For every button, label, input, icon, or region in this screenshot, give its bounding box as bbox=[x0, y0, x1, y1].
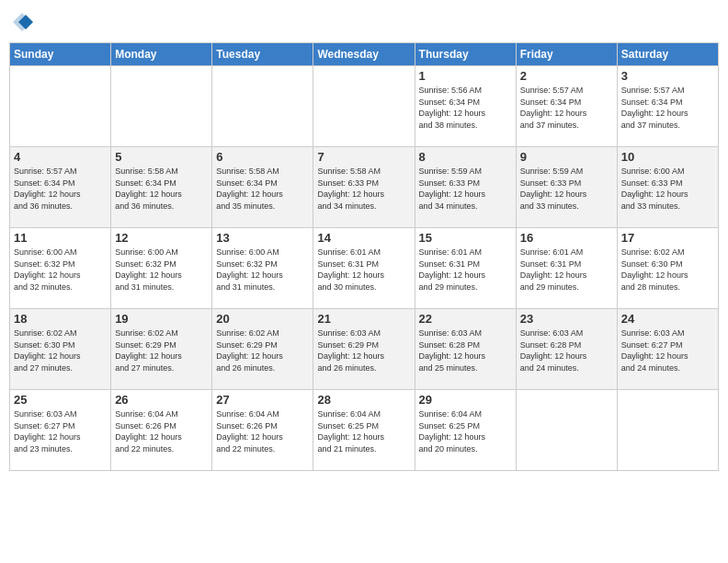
cell-info: Sunrise: 6:04 AM Sunset: 6:26 PM Dayligh… bbox=[216, 408, 309, 454]
logo-icon bbox=[9, 9, 35, 35]
day-number: 16 bbox=[520, 231, 613, 245]
calendar-cell: 11Sunrise: 6:00 AM Sunset: 6:32 PM Dayli… bbox=[10, 228, 111, 309]
calendar-cell: 21Sunrise: 6:03 AM Sunset: 6:29 PM Dayli… bbox=[313, 309, 415, 390]
cell-info: Sunrise: 5:57 AM Sunset: 6:34 PM Dayligh… bbox=[621, 85, 714, 131]
day-number: 12 bbox=[115, 231, 208, 245]
day-header-sunday: Sunday bbox=[10, 43, 111, 66]
calendar-cell: 24Sunrise: 6:03 AM Sunset: 6:27 PM Dayli… bbox=[617, 309, 718, 390]
cell-info: Sunrise: 5:59 AM Sunset: 6:33 PM Dayligh… bbox=[419, 166, 512, 212]
calendar-cell: 28Sunrise: 6:04 AM Sunset: 6:25 PM Dayli… bbox=[313, 390, 415, 471]
cell-info: Sunrise: 6:01 AM Sunset: 6:31 PM Dayligh… bbox=[419, 247, 512, 293]
day-number: 13 bbox=[216, 231, 309, 245]
cell-info: Sunrise: 6:00 AM Sunset: 6:33 PM Dayligh… bbox=[621, 166, 714, 212]
day-number: 20 bbox=[216, 312, 309, 326]
cell-info: Sunrise: 6:03 AM Sunset: 6:28 PM Dayligh… bbox=[520, 327, 613, 373]
calendar-cell: 20Sunrise: 6:02 AM Sunset: 6:29 PM Dayli… bbox=[212, 309, 313, 390]
calendar-cell: 4Sunrise: 5:57 AM Sunset: 6:34 PM Daylig… bbox=[10, 147, 111, 228]
day-number: 14 bbox=[317, 231, 410, 245]
cell-info: Sunrise: 5:58 AM Sunset: 6:33 PM Dayligh… bbox=[317, 166, 410, 212]
cell-info: Sunrise: 6:03 AM Sunset: 6:27 PM Dayligh… bbox=[621, 327, 714, 373]
cell-info: Sunrise: 6:03 AM Sunset: 6:28 PM Dayligh… bbox=[419, 327, 512, 373]
calendar-cell: 16Sunrise: 6:01 AM Sunset: 6:31 PM Dayli… bbox=[516, 228, 617, 309]
calendar-cell: 15Sunrise: 6:01 AM Sunset: 6:31 PM Dayli… bbox=[415, 228, 516, 309]
day-header-friday: Friday bbox=[516, 43, 617, 66]
calendar-cell: 23Sunrise: 6:03 AM Sunset: 6:28 PM Dayli… bbox=[516, 309, 617, 390]
day-number: 7 bbox=[317, 150, 410, 164]
cell-info: Sunrise: 6:04 AM Sunset: 6:25 PM Dayligh… bbox=[419, 408, 512, 454]
cell-info: Sunrise: 6:00 AM Sunset: 6:32 PM Dayligh… bbox=[14, 247, 107, 293]
calendar-cell: 3Sunrise: 5:57 AM Sunset: 6:34 PM Daylig… bbox=[617, 66, 718, 147]
day-number: 2 bbox=[520, 69, 613, 83]
calendar-cell: 26Sunrise: 6:04 AM Sunset: 6:26 PM Dayli… bbox=[111, 390, 212, 471]
day-number: 28 bbox=[317, 393, 410, 407]
calendar-cell: 14Sunrise: 6:01 AM Sunset: 6:31 PM Dayli… bbox=[313, 228, 415, 309]
calendar-week-row: 11Sunrise: 6:00 AM Sunset: 6:32 PM Dayli… bbox=[10, 228, 719, 309]
day-number: 9 bbox=[520, 150, 613, 164]
day-number: 15 bbox=[419, 231, 512, 245]
calendar-cell: 13Sunrise: 6:00 AM Sunset: 6:32 PM Dayli… bbox=[212, 228, 313, 309]
day-number: 1 bbox=[419, 69, 512, 83]
calendar-cell bbox=[617, 390, 718, 471]
day-number: 8 bbox=[419, 150, 512, 164]
day-number: 5 bbox=[115, 150, 208, 164]
day-number: 25 bbox=[14, 393, 107, 407]
calendar-cell: 2Sunrise: 5:57 AM Sunset: 6:34 PM Daylig… bbox=[516, 66, 617, 147]
calendar-cell bbox=[212, 66, 313, 147]
day-number: 24 bbox=[621, 312, 714, 326]
day-header-saturday: Saturday bbox=[617, 43, 718, 66]
logo bbox=[9, 9, 39, 35]
day-header-thursday: Thursday bbox=[415, 43, 516, 66]
cell-info: Sunrise: 5:58 AM Sunset: 6:34 PM Dayligh… bbox=[115, 166, 208, 212]
calendar-week-row: 18Sunrise: 6:02 AM Sunset: 6:30 PM Dayli… bbox=[10, 309, 719, 390]
calendar-cell: 8Sunrise: 5:59 AM Sunset: 6:33 PM Daylig… bbox=[415, 147, 516, 228]
calendar-week-row: 25Sunrise: 6:03 AM Sunset: 6:27 PM Dayli… bbox=[10, 390, 719, 471]
calendar-cell bbox=[10, 66, 111, 147]
cell-info: Sunrise: 6:04 AM Sunset: 6:26 PM Dayligh… bbox=[115, 408, 208, 454]
calendar-table: SundayMondayTuesdayWednesdayThursdayFrid… bbox=[9, 42, 719, 471]
day-number: 29 bbox=[419, 393, 512, 407]
cell-info: Sunrise: 5:59 AM Sunset: 6:33 PM Dayligh… bbox=[520, 166, 613, 212]
day-header-tuesday: Tuesday bbox=[212, 43, 313, 66]
calendar-cell bbox=[111, 66, 212, 147]
day-number: 10 bbox=[621, 150, 714, 164]
cell-info: Sunrise: 6:04 AM Sunset: 6:25 PM Dayligh… bbox=[317, 408, 410, 454]
day-number: 27 bbox=[216, 393, 309, 407]
calendar-cell: 29Sunrise: 6:04 AM Sunset: 6:25 PM Dayli… bbox=[415, 390, 516, 471]
day-number: 4 bbox=[14, 150, 107, 164]
calendar-cell: 12Sunrise: 6:00 AM Sunset: 6:32 PM Dayli… bbox=[111, 228, 212, 309]
cell-info: Sunrise: 6:00 AM Sunset: 6:32 PM Dayligh… bbox=[216, 247, 309, 293]
calendar-cell: 19Sunrise: 6:02 AM Sunset: 6:29 PM Dayli… bbox=[111, 309, 212, 390]
day-number: 3 bbox=[621, 69, 714, 83]
day-number: 22 bbox=[419, 312, 512, 326]
day-number: 17 bbox=[621, 231, 714, 245]
day-number: 21 bbox=[317, 312, 410, 326]
calendar-week-row: 4Sunrise: 5:57 AM Sunset: 6:34 PM Daylig… bbox=[10, 147, 719, 228]
calendar-cell bbox=[313, 66, 415, 147]
cell-info: Sunrise: 5:57 AM Sunset: 6:34 PM Dayligh… bbox=[14, 166, 107, 212]
cell-info: Sunrise: 5:58 AM Sunset: 6:34 PM Dayligh… bbox=[216, 166, 309, 212]
cell-info: Sunrise: 6:01 AM Sunset: 6:31 PM Dayligh… bbox=[317, 247, 410, 293]
cell-info: Sunrise: 6:03 AM Sunset: 6:27 PM Dayligh… bbox=[14, 408, 107, 454]
cell-info: Sunrise: 6:00 AM Sunset: 6:32 PM Dayligh… bbox=[115, 247, 208, 293]
calendar-cell: 22Sunrise: 6:03 AM Sunset: 6:28 PM Dayli… bbox=[415, 309, 516, 390]
cell-info: Sunrise: 5:56 AM Sunset: 6:34 PM Dayligh… bbox=[419, 85, 512, 131]
day-number: 18 bbox=[14, 312, 107, 326]
day-header-wednesday: Wednesday bbox=[313, 43, 415, 66]
cell-info: Sunrise: 6:02 AM Sunset: 6:29 PM Dayligh… bbox=[216, 327, 309, 373]
calendar-cell: 6Sunrise: 5:58 AM Sunset: 6:34 PM Daylig… bbox=[212, 147, 313, 228]
calendar-cell: 17Sunrise: 6:02 AM Sunset: 6:30 PM Dayli… bbox=[617, 228, 718, 309]
cell-info: Sunrise: 6:02 AM Sunset: 6:30 PM Dayligh… bbox=[621, 247, 714, 293]
calendar-cell: 5Sunrise: 5:58 AM Sunset: 6:34 PM Daylig… bbox=[111, 147, 212, 228]
calendar-header-row: SundayMondayTuesdayWednesdayThursdayFrid… bbox=[10, 43, 719, 66]
calendar-cell: 1Sunrise: 5:56 AM Sunset: 6:34 PM Daylig… bbox=[415, 66, 516, 147]
day-header-monday: Monday bbox=[111, 43, 212, 66]
day-number: 26 bbox=[115, 393, 208, 407]
calendar-week-row: 1Sunrise: 5:56 AM Sunset: 6:34 PM Daylig… bbox=[10, 66, 719, 147]
calendar-cell: 25Sunrise: 6:03 AM Sunset: 6:27 PM Dayli… bbox=[10, 390, 111, 471]
calendar-cell: 27Sunrise: 6:04 AM Sunset: 6:26 PM Dayli… bbox=[212, 390, 313, 471]
cell-info: Sunrise: 6:02 AM Sunset: 6:29 PM Dayligh… bbox=[115, 327, 208, 373]
header bbox=[9, 9, 719, 35]
calendar-cell: 7Sunrise: 5:58 AM Sunset: 6:33 PM Daylig… bbox=[313, 147, 415, 228]
calendar-cell: 18Sunrise: 6:02 AM Sunset: 6:30 PM Dayli… bbox=[10, 309, 111, 390]
day-number: 11 bbox=[14, 231, 107, 245]
